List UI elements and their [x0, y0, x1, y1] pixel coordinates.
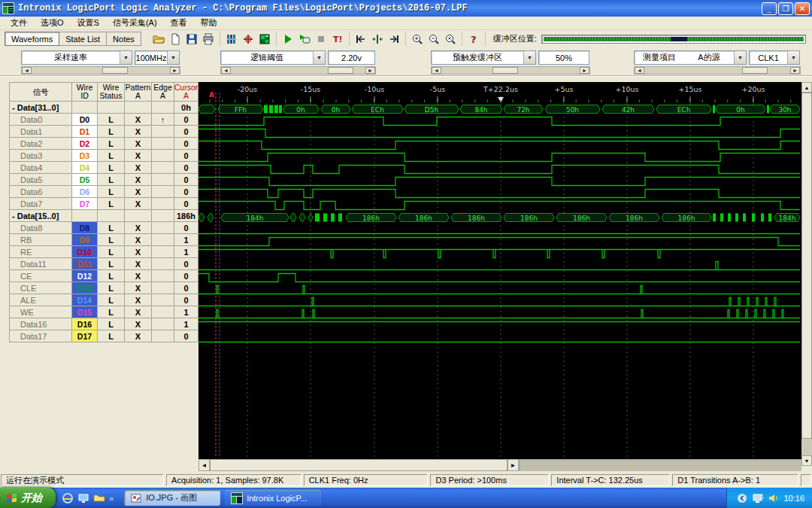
buffer-position-bar[interactable]: [541, 35, 806, 44]
help-button[interactable]: ?: [466, 32, 481, 46]
column-header-Pattern[interactable]: PatternA: [125, 82, 152, 102]
goto-start-button[interactable]: [353, 32, 368, 46]
slider-right-arrow[interactable]: ►: [170, 67, 180, 74]
measurement-slider[interactable]: ◄►: [634, 66, 801, 75]
edge-a[interactable]: [152, 186, 174, 198]
edge-a[interactable]: [152, 138, 174, 150]
edge-a[interactable]: [152, 198, 174, 210]
sample-rate-value[interactable]: 100MHz▼: [135, 50, 180, 65]
open-file-button[interactable]: [151, 32, 166, 46]
titlebar[interactable]: Intronix LogicPort Logic Analyzer - C:\P…: [0, 0, 812, 17]
quick-launch-chevron[interactable]: »: [109, 494, 114, 503]
pattern-a[interactable]: X: [125, 162, 152, 174]
edge-a[interactable]: [152, 102, 174, 114]
edge-a[interactable]: [152, 210, 174, 222]
pattern-a[interactable]: [125, 210, 152, 222]
column-header-Wire[interactable]: WireID: [72, 82, 98, 102]
signal-name[interactable]: Data5: [9, 174, 72, 186]
wire-id[interactable]: D13: [72, 282, 98, 294]
display-tray-icon[interactable]: [752, 492, 764, 504]
logic-threshold-select[interactable]: 逻辑阈值▼: [220, 50, 326, 65]
edge-a[interactable]: [152, 282, 174, 294]
menu-item-查看[interactable]: 查看: [165, 17, 193, 29]
wire-status[interactable]: L: [98, 126, 125, 138]
wire-id[interactable]: D12: [72, 270, 98, 282]
signal-name[interactable]: Data2: [9, 138, 72, 150]
pattern-a[interactable]: X: [125, 138, 152, 150]
wire-id[interactable]: [72, 210, 98, 222]
chevron-down-icon[interactable]: ▼: [523, 51, 535, 64]
measurement-value[interactable]: CLK1▼: [749, 50, 800, 65]
measurement-select[interactable]: 测量项目A的源▼: [634, 50, 747, 65]
edge-a[interactable]: [152, 150, 174, 162]
acquisition-setup-button[interactable]: [257, 32, 272, 46]
wire-status[interactable]: L: [98, 150, 125, 162]
vscroll-thumb[interactable]: [801, 93, 812, 439]
tab-notes[interactable]: Notes: [107, 32, 141, 46]
wire-id[interactable]: D2: [72, 138, 98, 150]
signal-name[interactable]: CE: [9, 270, 72, 282]
signal-name[interactable]: - Data[15..0]: [9, 210, 72, 222]
vscroll-track[interactable]: [801, 439, 812, 455]
menu-item-帮助[interactable]: 帮助: [195, 17, 223, 29]
signal-name[interactable]: RB: [9, 234, 72, 246]
hscroll-right-arrow[interactable]: ►: [508, 459, 519, 471]
tab-waveforms[interactable]: Waveforms: [5, 32, 59, 46]
new-file-button[interactable]: [168, 32, 183, 46]
wire-status[interactable]: L: [98, 186, 125, 198]
zoom-fit-button[interactable]: [443, 32, 458, 46]
wire-id[interactable]: D6: [72, 186, 98, 198]
print-button[interactable]: [201, 32, 216, 46]
wire-id[interactable]: D5: [72, 174, 98, 186]
pretrigger-buffer-value[interactable]: 50%: [538, 50, 589, 65]
pattern-a[interactable]: X: [125, 150, 152, 162]
wire-status[interactable]: L: [98, 234, 125, 246]
wire-status[interactable]: L: [98, 270, 125, 282]
edge-a[interactable]: [152, 306, 174, 318]
wire-id[interactable]: D4: [72, 162, 98, 174]
signal-name[interactable]: Data3: [9, 150, 72, 162]
pattern-a[interactable]: X: [125, 270, 152, 282]
slider-right-arrow[interactable]: ►: [790, 67, 800, 74]
vscroll-down-arrow[interactable]: ▼: [801, 455, 812, 466]
signal-name[interactable]: RE: [9, 246, 72, 258]
signal-name[interactable]: WE: [9, 306, 72, 318]
signal-name[interactable]: ALE: [9, 294, 72, 306]
edge-a[interactable]: [152, 234, 174, 246]
pretrigger-buffer-select[interactable]: 预触发缓冲区▼: [431, 50, 536, 65]
slider-left-arrow[interactable]: ◄: [635, 67, 644, 74]
pattern-a[interactable]: X: [125, 186, 152, 198]
wire-id[interactable]: D1: [72, 126, 98, 138]
wire-id[interactable]: D14: [72, 294, 98, 306]
waveform-panel[interactable]: -20us-15us-10us-5usT+22.2us+5us+10us+15u…: [198, 82, 801, 471]
pattern-a[interactable]: X: [125, 258, 152, 270]
wire-status[interactable]: [98, 210, 125, 222]
pattern-a[interactable]: X: [125, 234, 152, 246]
chevron-down-icon[interactable]: ▼: [787, 51, 799, 64]
pattern-a[interactable]: X: [125, 222, 152, 234]
waveform-vscrollbar[interactable]: ▲ ▼: [801, 82, 812, 466]
menu-item-设置S[interactable]: 设置S: [71, 17, 105, 29]
pattern-a[interactable]: X: [125, 198, 152, 210]
slider-right-arrow[interactable]: ►: [580, 67, 589, 74]
wire-id[interactable]: D3: [72, 150, 98, 162]
chevron-down-icon[interactable]: ▼: [313, 51, 325, 64]
vscroll-up-arrow[interactable]: ▲: [801, 82, 812, 93]
wire-status[interactable]: L: [98, 198, 125, 210]
single-acquisition-button[interactable]: [297, 32, 312, 46]
column-header-Edge[interactable]: EdgeA: [152, 82, 174, 102]
chevron-left-tray-icon[interactable]: [736, 492, 748, 504]
slider-left-arrow[interactable]: ◄: [221, 67, 231, 74]
wire-status[interactable]: L: [98, 294, 125, 306]
menu-item-选项O[interactable]: 选项O: [35, 17, 70, 29]
edge-a[interactable]: [152, 174, 174, 186]
wire-id[interactable]: D16: [72, 318, 98, 330]
task-button-paint[interactable]: IO.JPG - 画图: [124, 490, 220, 506]
slider-thumb[interactable]: [102, 67, 128, 74]
wire-id[interactable]: D10: [72, 246, 98, 258]
signal-name[interactable]: Data1: [9, 126, 72, 138]
slider-thumb[interactable]: [328, 67, 353, 74]
wire-status[interactable]: [98, 102, 125, 114]
ie-icon[interactable]: [62, 492, 74, 504]
slider-thumb[interactable]: [492, 67, 518, 74]
